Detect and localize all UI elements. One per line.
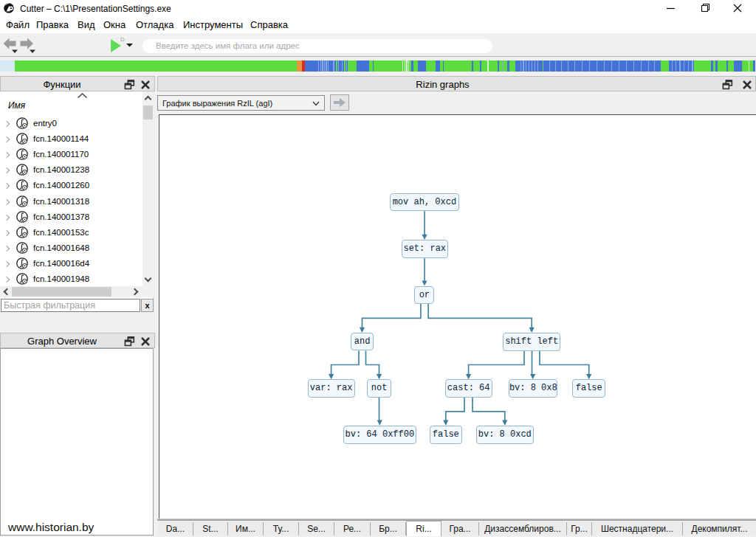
svg-text:D: D xyxy=(120,36,125,43)
